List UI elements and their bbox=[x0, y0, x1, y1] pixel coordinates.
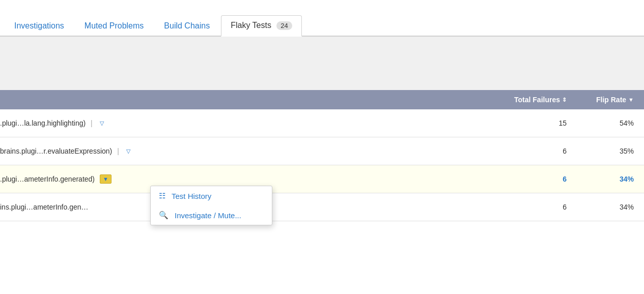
row3-flip-rate: 34% bbox=[573, 175, 644, 183]
row1-dropdown-arrow[interactable]: ▽ bbox=[100, 120, 104, 127]
row2-total-failures: 6 bbox=[481, 147, 573, 155]
table-row: .plugi…ameterInfo.generated) ▼ 6 34% ☷ T… bbox=[0, 165, 644, 193]
tab-flaky-tests[interactable]: Flaky Tests 24 bbox=[221, 15, 302, 37]
tab-investigations[interactable]: Investigations bbox=[5, 16, 73, 36]
row2-test-name: brains.plugi…r.evaluateExpression) bbox=[0, 147, 112, 155]
table-header: Total Failures ⇕ Flip Rate ▼ bbox=[0, 90, 644, 109]
tabs-container: Investigations Muted Problems Build Chai… bbox=[0, 0, 644, 37]
row4-flip-rate: 34% bbox=[573, 203, 644, 211]
flaky-tests-badge: 24 bbox=[276, 21, 292, 30]
tab-build-chains[interactable]: Build Chains bbox=[155, 16, 219, 36]
row2-name: brains.plugi…r.evaluateExpression) | ▽ bbox=[0, 142, 481, 160]
col-flip-rate-header[interactable]: Flip Rate ▼ bbox=[573, 96, 644, 104]
doc-icon: ☷ bbox=[159, 191, 165, 200]
row3-total-failures: 6 bbox=[481, 175, 573, 183]
menu-item-investigate-mute[interactable]: 🔍 Investigate / Mute... bbox=[151, 205, 272, 225]
flip-rate-sort-icon[interactable]: ▼ bbox=[628, 97, 634, 103]
row3-test-name: .plugi…ameterInfo.generated) bbox=[0, 175, 95, 183]
row1-total-failures: 15 bbox=[481, 119, 573, 127]
table-row: .plugi…la.lang.highlighting) | ▽ 15 54% bbox=[0, 109, 644, 137]
flip-rate-label: Flip Rate bbox=[596, 96, 626, 104]
col-total-failures-header[interactable]: Total Failures ⇕ bbox=[481, 96, 573, 104]
table-body: .plugi…la.lang.highlighting) | ▽ 15 54% … bbox=[0, 109, 644, 221]
menu-item-test-history[interactable]: ☷ Test History bbox=[151, 186, 272, 205]
table-row: ins.plugi…ameterInfo.gen… 6 34% bbox=[0, 193, 644, 221]
total-failures-label: Total Failures bbox=[514, 96, 560, 104]
menu-item-test-history-label: Test History bbox=[172, 192, 211, 200]
row2-flip-rate: 35% bbox=[573, 147, 644, 155]
row1-name: .plugi…la.lang.highlighting) | ▽ bbox=[0, 114, 481, 132]
row4-total-failures: 6 bbox=[481, 203, 573, 211]
row2-dropdown-arrow[interactable]: ▽ bbox=[126, 148, 130, 155]
row2-pipe: | bbox=[117, 147, 119, 155]
row1-flip-rate: 54% bbox=[573, 119, 644, 127]
row4-test-name: ins.plugi…ameterInfo.gen… bbox=[0, 203, 89, 211]
search-icon: 🔍 bbox=[159, 211, 169, 220]
tab-flaky-tests-label: Flaky Tests bbox=[231, 21, 271, 30]
tab-muted-problems[interactable]: Muted Problems bbox=[75, 16, 153, 36]
context-dropdown-menu: ☷ Test History 🔍 Investigate / Mute... bbox=[150, 186, 272, 225]
menu-item-investigate-mute-label: Investigate / Mute... bbox=[175, 211, 241, 220]
table-row: brains.plugi…r.evaluateExpression) | ▽ 6… bbox=[0, 137, 644, 165]
total-failures-sort-icon[interactable]: ⇕ bbox=[562, 97, 567, 103]
row1-pipe: | bbox=[91, 119, 93, 127]
content-spacer bbox=[0, 37, 644, 90]
row3-dropdown-arrow[interactable]: ▼ bbox=[100, 174, 111, 184]
row1-test-name: .plugi…la.lang.highlighting) bbox=[0, 119, 86, 127]
